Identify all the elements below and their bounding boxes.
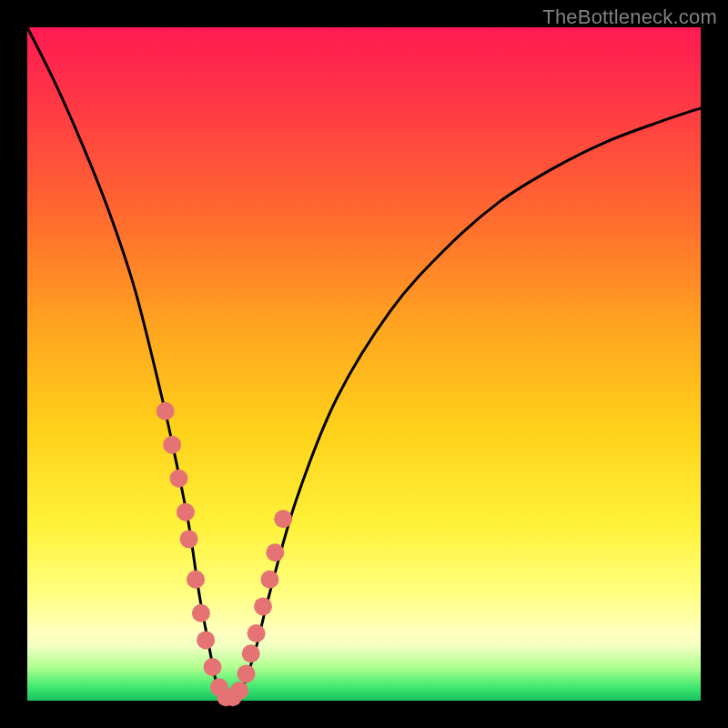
curve-marker <box>260 571 278 589</box>
plot-area <box>27 27 701 701</box>
chart-container: TheBottleneck.com <box>0 0 728 728</box>
curve-marker <box>266 543 284 561</box>
curve-marker <box>177 503 195 521</box>
curve-marker <box>157 402 175 420</box>
curve-marker <box>254 597 272 615</box>
curve-marker <box>230 682 248 700</box>
curve-marker <box>274 510 292 528</box>
bottleneck-curve <box>27 27 701 701</box>
watermark-text: TheBottleneck.com <box>542 5 717 29</box>
curve-marker <box>204 658 222 676</box>
curve-marker <box>238 664 256 682</box>
curve-marker <box>242 644 260 662</box>
curve-markers <box>157 402 293 707</box>
curve-marker <box>163 436 181 454</box>
curve-marker <box>192 604 210 622</box>
curve-marker <box>170 470 188 488</box>
curve-marker <box>248 624 266 642</box>
curve-marker <box>197 631 215 649</box>
curve-marker <box>180 530 198 548</box>
chart-svg <box>27 27 701 701</box>
curve-marker <box>187 571 205 589</box>
